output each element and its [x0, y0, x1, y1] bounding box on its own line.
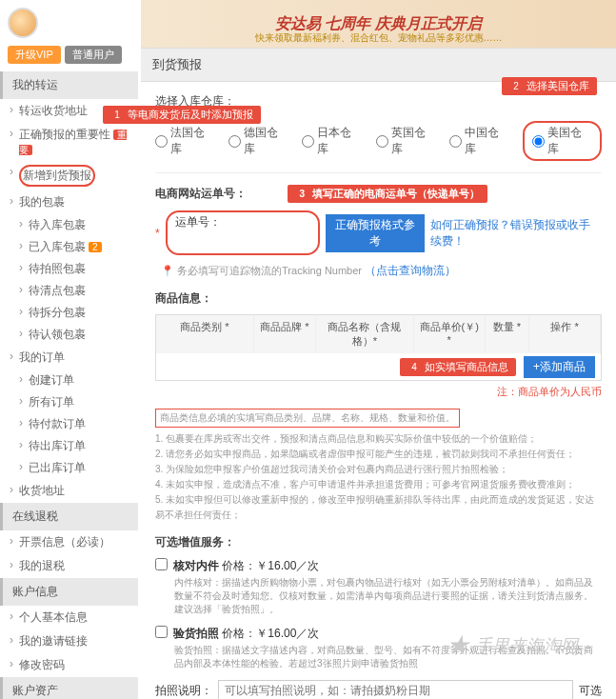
- warehouse-radio[interactable]: [449, 135, 462, 148]
- rules-list: 1. 包裹要在库房或寄出交件，预报和清点商品信息和购买实际价值中较低的一个价值赔…: [155, 431, 602, 523]
- track-query-link[interactable]: （点击查询物流）: [365, 264, 456, 277]
- annotation-4: 4如实填写商品信息: [400, 358, 516, 376]
- warehouse-options: 法国仓库德国仓库日本仓库英国仓库中国仓库美国仓库: [155, 117, 602, 173]
- banner: 安达易 七周年 庆典月正式开启 快来领取最新福利券、混合红包、宠物礼品等多彩优惠…: [141, 0, 616, 48]
- photo-suffix: 可选: [579, 683, 602, 699]
- sidebar-section-header: 在线退税: [0, 503, 138, 530]
- warehouse-radio[interactable]: [532, 135, 545, 148]
- sidebar-sub-item[interactable]: 待拍照包裹: [0, 258, 138, 280]
- table-header: 数量 *: [486, 315, 530, 353]
- avatar[interactable]: [8, 8, 38, 38]
- table-header: 商品类别 *: [156, 315, 254, 353]
- photo-label: 拍照说明：: [155, 683, 212, 699]
- upgrade-vip-button[interactable]: 升级VIP: [8, 46, 61, 64]
- add-goods-button[interactable]: +添加商品: [524, 356, 595, 378]
- how-to-link[interactable]: 如何正确预报？错误预报或收手续费！: [430, 217, 602, 250]
- warehouse-radio[interactable]: [155, 135, 168, 148]
- tracking-input-wrap: 运单号：: [166, 210, 320, 255]
- tracking-section-label: 电商网站运单号： 3填写正确的电商运单号（快递单号）: [155, 185, 602, 203]
- sidebar-item[interactable]: 收货地址: [0, 479, 138, 503]
- tracking-hint: 📍 务必填写可追踪物流的Tracking Number （点击查询物流）: [161, 263, 602, 279]
- sidebar-sub-item[interactable]: 待入库包裹: [0, 214, 138, 236]
- tracking-label: 运单号：: [175, 215, 221, 229]
- user-avatar-row: [0, 0, 138, 46]
- sidebar-item[interactable]: 我的订单: [0, 346, 138, 369]
- sidebar-sub-item[interactable]: 待清点包裹: [0, 280, 138, 302]
- table-header: 商品名称（含规格）*: [316, 315, 414, 353]
- sidebar-item[interactable]: 我的包裹: [0, 190, 138, 214]
- service-checkbox[interactable]: [155, 626, 168, 638]
- sidebar-item[interactable]: 我的退税: [0, 554, 138, 578]
- sidebar-item[interactable]: 正确预报的重要性重要: [0, 123, 138, 161]
- warehouse-radio[interactable]: [229, 135, 241, 148]
- sidebar-section-header: 账户资产: [0, 677, 138, 699]
- sidebar-item[interactable]: 开票信息（必读）: [0, 530, 138, 554]
- service-label: 验货拍照 价格：￥16.00／次: [173, 626, 319, 642]
- annotation-2: 2选择美国仓库: [502, 77, 597, 95]
- warehouse-radio[interactable]: [376, 135, 388, 148]
- sidebar-sub-item[interactable]: 已出库订单: [0, 457, 138, 479]
- sidebar-sub-item[interactable]: 待认领包裹: [0, 324, 138, 346]
- sidebar-item[interactable]: 我的邀请链接: [0, 629, 138, 653]
- sidebar-sub-item[interactable]: 创建订单: [0, 369, 138, 391]
- goods-table: 商品类别 *商品品牌 *商品名称（含规格）*商品单价(￥) *数量 *操作 * …: [155, 314, 602, 381]
- sidebar-sub-item[interactable]: 待拆分包裹: [0, 302, 138, 324]
- goods-section-label: 商品信息：: [155, 290, 602, 307]
- sidebar-section-header: 账户信息: [0, 578, 138, 606]
- photo-desc-input[interactable]: [218, 680, 573, 699]
- annotation-3: 3填写正确的电商运单号（快递单号）: [288, 185, 487, 203]
- warehouse-option[interactable]: 英国仓库: [376, 125, 436, 157]
- sidebar-item[interactable]: 新增到货预报: [0, 161, 138, 190]
- table-header: 商品品牌 *: [254, 315, 316, 353]
- sidebar-sub-item[interactable]: 已入库包裹2: [0, 236, 138, 258]
- sidebar-item[interactable]: 修改密码: [0, 653, 138, 677]
- normal-user-button[interactable]: 普通用户: [65, 46, 122, 64]
- service-checkbox[interactable]: [155, 558, 168, 570]
- price-note: 注：商品单价为人民币: [155, 385, 602, 399]
- sidebar-sub-item[interactable]: 待出库订单: [0, 435, 138, 457]
- banner-subtitle: 快来领取最新福利券、混合红包、宠物礼品等多彩优惠……: [141, 31, 616, 45]
- services-section-label: 可选增值服务：: [155, 534, 602, 550]
- service-desc: 内件核对：据描述内所购物物小票，对包裹内物品进行核对（如无小票会另附核对清单）。…: [174, 576, 602, 616]
- service-label: 核对内件 价格：￥16.00／次: [173, 558, 319, 574]
- warehouse-option[interactable]: 德国仓库: [229, 125, 288, 157]
- sidebar-section-header: 我的转运: [0, 71, 138, 99]
- tracking-input[interactable]: [175, 230, 280, 251]
- warehouse-option[interactable]: 日本仓库: [302, 125, 362, 157]
- format-ref-button[interactable]: 正确预报格式参考: [326, 214, 426, 252]
- table-header: 操作 *: [529, 315, 601, 353]
- sidebar-item[interactable]: 个人基本信息: [0, 606, 138, 629]
- sidebar-sub-item[interactable]: 所有订单: [0, 391, 138, 413]
- annotation-1: 1等电商发货后及时添加预报: [103, 106, 261, 124]
- warehouse-radio[interactable]: [302, 135, 314, 148]
- watermark: ★手里来海淘网: [446, 629, 578, 661]
- warehouse-option[interactable]: 法国仓库: [155, 125, 215, 157]
- table-header: 商品单价(￥) *: [414, 315, 486, 353]
- sidebar-sub-item[interactable]: 待付款订单: [0, 413, 138, 435]
- warehouse-option[interactable]: 美国仓库: [523, 121, 602, 161]
- rules-highlight: 商品类信息必填的实填写商品类别、品牌、名称、规格、数量和价值。: [155, 409, 460, 428]
- warehouse-option[interactable]: 中国仓库: [449, 125, 509, 157]
